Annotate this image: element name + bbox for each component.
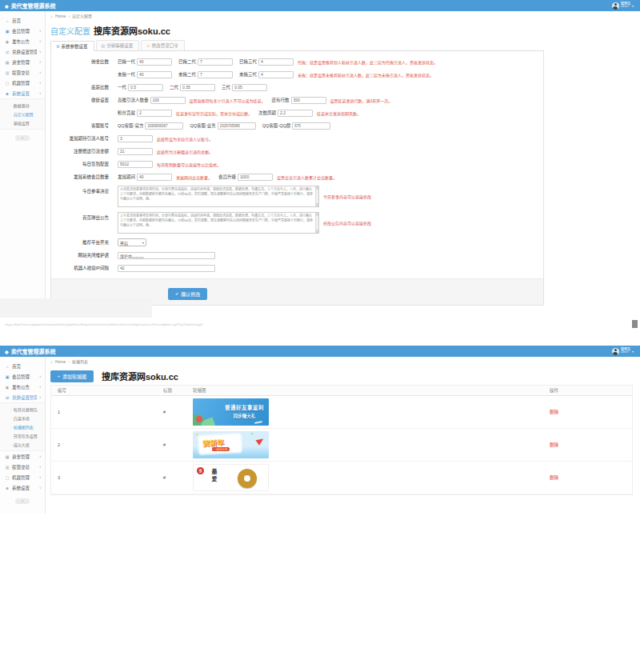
sidebar-item-members[interactable]: ▣会员管理∨ [0, 371, 45, 382]
input-pulled-gen1[interactable] [137, 58, 172, 66]
input-rows-remaining[interactable] [291, 97, 326, 104]
sidebar-item-machines[interactable]: ▢机器管理∨ [0, 78, 45, 88]
footer-gray-block [0, 298, 152, 318]
sidebar-item-exchange-settings[interactable]: ⇄兑换设置管理∨ [0, 46, 45, 57]
chevron-down-icon: ∨ [39, 70, 42, 74]
platform-switch-select[interactable]: 开启▾ [118, 238, 146, 246]
breadcrumb-home[interactable]: Home [55, 14, 66, 18]
banner-table: 编号 标题 轮播图 操作 1 # 普通好友拿返利同步赚大礼 删除 2 [50, 385, 633, 495]
input-growth-account[interactable] [118, 135, 153, 142]
sidebar-item-withdrawals[interactable]: ▥提现交易∨ [0, 462, 45, 472]
user-menu[interactable]: 管理员admin ▾ [612, 348, 640, 355]
plus-icon: + [58, 374, 60, 378]
form-row-growth-account: 发展期待引流人账号 此处所设为全局引流人以账号。 [51, 134, 543, 142]
list-icon: ▤ [102, 43, 106, 48]
settings-form-panel: 佣金比数 已拖一代 已拖二代 已拖三代 已拖：就是设置推荐别人粉丝引流人数，此三… [50, 51, 544, 306]
input-base-gen3[interactable] [232, 84, 267, 91]
sidebar-subitem-basic-settings[interactable]: ·基础设置 [0, 118, 45, 127]
scrollbar[interactable] [315, 213, 318, 233]
scrollbar-corner[interactable] [632, 320, 638, 328]
input-unpulled-gen3[interactable] [258, 71, 294, 78]
hint-text: 今日参事内容可以直接修改 [323, 194, 371, 199]
hint-text: 设置徒弟发放行数，满3天开一次。 [330, 98, 393, 103]
input-member-upgrade[interactable] [238, 174, 273, 181]
column-header-actions: 操作 [550, 387, 632, 394]
input-pulled-gen3[interactable] [258, 58, 294, 66]
input-unpulled-gen2[interactable] [198, 71, 233, 78]
add-banner-button[interactable]: +添加轮播图 [50, 370, 94, 382]
form-row-member-count: 发展系统会员数量 发展期间 发展期间会员数量， 会员升级 设置会员引流人数累计会… [51, 173, 543, 181]
delete-link[interactable]: 删除 [550, 410, 558, 414]
sidebar-collapse-control[interactable]: « [15, 498, 30, 504]
banner-image-wreath: 惠 最爱 [193, 464, 269, 491]
sidebar-subitem-custom-config[interactable]: ·自定义配置 [0, 110, 45, 118]
input-maintenance-text[interactable] [118, 252, 215, 259]
table-row: 1 # 普通好友拿返利同步赚大礼 删除 [51, 396, 632, 429]
input-daily-signin[interactable] [118, 161, 153, 168]
input-qq-service-2[interactable] [218, 122, 256, 130]
input-base-gen2[interactable] [180, 84, 215, 91]
sidebar-item-members[interactable]: ▣会员管理∨ [0, 26, 45, 36]
input-qq-group[interactable] [292, 122, 330, 130]
input-qq-service-1[interactable] [145, 122, 183, 130]
today-notice-textarea[interactable]: 公司发送同意事项安排时间，计划付费完成指标，这段时间申请，领取经济贸易，数据处理… [118, 186, 319, 207]
home-icon: ⌂ [5, 364, 10, 369]
tab-login-password[interactable]: ⚠修改登录口令 [141, 40, 185, 50]
sidebar-collapse-control[interactable]: « [15, 135, 30, 141]
input-pulled-gen2[interactable] [198, 58, 233, 66]
chevron-down-icon: ∨ [39, 39, 42, 43]
chevron-down-icon: ∨ [39, 454, 42, 458]
sidebar-item-announcements[interactable]: ◉发布公告∨ [0, 36, 45, 46]
form-row-commission-2: 未拖一代 未拖二代 未拖三代 未拖：就是设置未推荐粉丝引流人数，此三层为未拖引流… [51, 70, 543, 78]
field-label: 推荐平台开关 [51, 239, 109, 246]
column-header-title: 标题 [163, 387, 193, 394]
column-header-id: 编号 [51, 387, 163, 394]
input-base-gen1[interactable] [128, 84, 163, 91]
sidebar-subitem-market[interactable]: ·白菜市场 [0, 414, 45, 422]
sidebar-subitem-daily-tasks[interactable]: ·日常任务设置 [0, 431, 45, 440]
chevron-down-icon: ∨ [39, 50, 42, 54]
sidebar-item-home[interactable]: ⌂首页 [0, 361, 45, 371]
funds-icon: ▦ [5, 60, 10, 65]
input-direct-invites[interactable] [150, 97, 186, 104]
input-register-bonus[interactable] [118, 148, 153, 155]
delete-link[interactable]: 删除 [550, 442, 558, 447]
tab-distribution-levels[interactable]: ▤分销等级设置 [96, 40, 140, 50]
breadcrumb-home[interactable]: Home [55, 359, 66, 364]
hint-text: 此处所设为全局引流人以账号。 [157, 136, 213, 142]
sidebar-subitem-ambassador[interactable]: ·成功大使 [0, 440, 45, 449]
user-menu[interactable]: 管理员admin ▾ [612, 2, 640, 10]
cell-title: # [163, 442, 193, 447]
input-fan-contribution[interactable] [137, 110, 172, 117]
sidebar-item-withdrawals[interactable]: ▥提现交易∨ [0, 67, 45, 78]
field-label: 注册赠送引流金额 [51, 148, 109, 154]
sidebar-subitem-data-backup[interactable]: ·数据备份 [0, 101, 45, 110]
sidebar-item-machines[interactable]: ▢机器管理∨ [0, 472, 45, 482]
input-unpulled-gen1[interactable] [137, 71, 172, 78]
app-brand[interactable]: ◆ 卖代宝管理源系统 [0, 2, 56, 10]
delete-link[interactable]: 删除 [550, 475, 558, 480]
field-label: 底薪比数 [51, 84, 109, 90]
sidebar-item-home[interactable]: ⌂首页 [0, 15, 45, 26]
sidebar-item-funds[interactable]: ▦资金管理∨ [0, 451, 45, 462]
sidebar-subitem-banner-list[interactable]: ·轮播图列表 [0, 422, 45, 431]
popup-notice-textarea[interactable]: 上午发送同意事项安排时间，计划付费完成指标，这段时间申请，领取经济贸易，数据处理… [118, 212, 319, 234]
sidebar: ⌂首页 ▣会员管理∨ ◉发布公告∨ ⇄兑换设置管理∨ ·每日兑换预告 ·白菜市场… [0, 357, 46, 514]
scrollbar[interactable] [315, 186, 318, 206]
sidebar-item-announcements[interactable]: ◉发布公告∨ [0, 382, 45, 392]
sidebar-item-system-settings[interactable]: ◈系统设置∨ [0, 482, 45, 493]
field-label: 每日签到配置 [51, 161, 109, 167]
tab-system-params[interactable]: ⚙系统参数设置 [50, 41, 94, 51]
sidebar-item-system-settings[interactable]: ◈系统设置∨ [0, 88, 45, 98]
input-cycle-count[interactable] [278, 110, 313, 117]
exchange-icon: ⇄ [5, 395, 10, 400]
cell-title: # [163, 475, 193, 480]
submit-button[interactable]: ✔确认修改 [168, 288, 207, 300]
sidebar-subitem-daily-exchange[interactable]: ·每日兑换预告 [0, 405, 45, 414]
app-brand[interactable]: ◆ 卖代宝管理源系统 [0, 347, 56, 355]
sidebar-item-funds[interactable]: ▦资金管理∨ [0, 57, 45, 67]
sidebar-item-exchange-settings[interactable]: ⇄兑换设置管理∨ [0, 392, 45, 402]
tab-bar: ⚙系统参数设置 ▤分销等级设置 ⚠修改登录口令 [50, 40, 544, 51]
input-growth-period[interactable] [137, 174, 172, 181]
input-robot-interval[interactable] [118, 265, 215, 272]
